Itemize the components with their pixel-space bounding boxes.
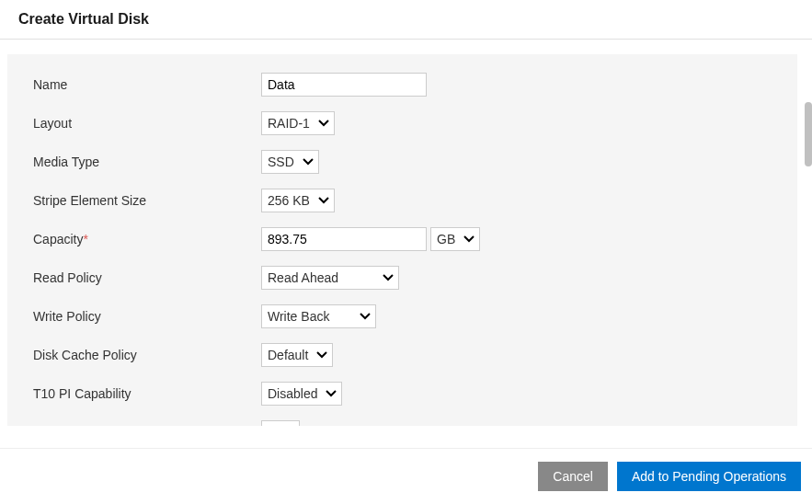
content-wrapper: Name Layout RAID-1 Media Type SSD (0, 40, 812, 426)
t10-pi-value: Disabled (268, 386, 317, 401)
chevron-down-icon (360, 313, 371, 320)
label-t10-pi: T10 PI Capability (33, 386, 261, 401)
label-read-policy: Read Policy (33, 270, 261, 285)
write-policy-value: Write Back (268, 309, 329, 324)
cancel-button[interactable]: Cancel (538, 462, 608, 491)
form-panel: Name Layout RAID-1 Media Type SSD (7, 54, 797, 426)
write-policy-select[interactable]: Write Back (261, 304, 376, 328)
label-span-count: Span Count (33, 425, 261, 426)
dialog-footer: Cancel Add to Pending Operations (0, 448, 812, 504)
dialog-title: Create Virtual Disk (18, 11, 794, 28)
span-count-select[interactable]: 1 (261, 420, 300, 426)
media-type-select[interactable]: SSD (261, 150, 319, 174)
chevron-down-icon (463, 235, 475, 243)
layout-select[interactable]: RAID-1 (261, 111, 335, 135)
row-disk-cache: Disk Cache Policy Default (33, 343, 772, 367)
row-capacity: Capacity* GB (33, 227, 772, 251)
media-type-value: SSD (268, 155, 294, 169)
stripe-size-value: 256 KB (268, 193, 310, 208)
required-marker: * (83, 232, 87, 246)
label-write-policy: Write Policy (33, 309, 261, 324)
row-layout: Layout RAID-1 (33, 111, 772, 135)
scrollbar-thumb[interactable] (805, 102, 812, 166)
name-input[interactable] (261, 73, 427, 97)
chevron-down-icon (326, 390, 337, 397)
label-disk-cache: Disk Cache Policy (33, 348, 261, 362)
chevron-down-icon (318, 197, 329, 204)
t10-pi-select[interactable]: Disabled (261, 382, 342, 406)
row-t10-pi: T10 PI Capability Disabled (33, 382, 772, 406)
chevron-down-icon (303, 158, 314, 166)
row-write-policy: Write Policy Write Back (33, 304, 772, 328)
row-name: Name (33, 73, 772, 97)
layout-value: RAID-1 (268, 116, 310, 131)
label-capacity: Capacity* (33, 232, 261, 246)
dialog-header: Create Virtual Disk (0, 0, 812, 40)
row-stripe-size: Stripe Element Size 256 KB (33, 189, 772, 212)
read-policy-value: Read Ahead (268, 270, 338, 285)
chevron-down-icon (383, 274, 394, 281)
disk-cache-select[interactable]: Default (261, 343, 333, 367)
capacity-unit-value: GB (437, 232, 455, 246)
chevron-down-icon (318, 120, 329, 127)
label-media-type: Media Type (33, 155, 261, 169)
add-to-pending-button[interactable]: Add to Pending Operations (617, 462, 801, 491)
label-name: Name (33, 77, 261, 92)
read-policy-select[interactable]: Read Ahead (261, 266, 399, 290)
span-count-value: 1 (268, 425, 275, 426)
label-layout: Layout (33, 116, 261, 131)
label-stripe-size: Stripe Element Size (33, 193, 261, 208)
capacity-input[interactable] (261, 227, 427, 251)
stripe-size-select[interactable]: 256 KB (261, 189, 335, 212)
disk-cache-value: Default (268, 348, 308, 362)
row-span-count: Span Count 1 (33, 420, 772, 426)
row-media-type: Media Type SSD (33, 150, 772, 174)
row-read-policy: Read Policy Read Ahead (33, 266, 772, 290)
chevron-down-icon (316, 351, 327, 359)
scrollbar-track[interactable] (803, 84, 812, 361)
capacity-unit-select[interactable]: GB (430, 227, 480, 251)
